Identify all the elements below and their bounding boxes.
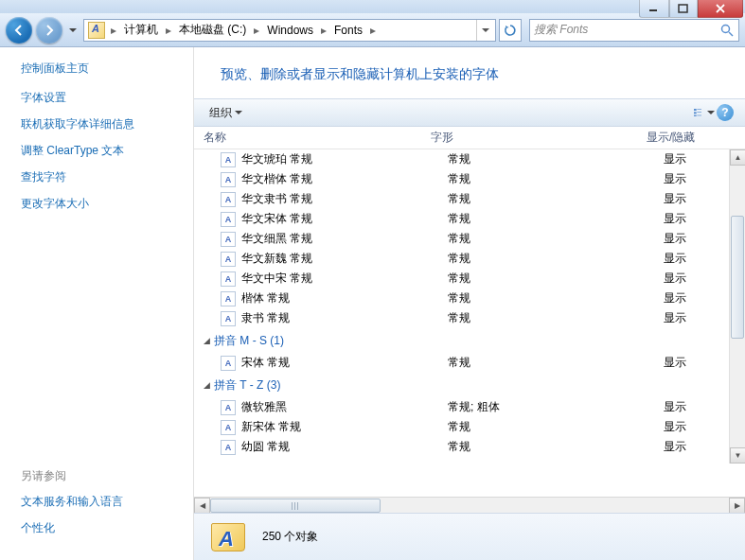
list-item[interactable]: 幼圆 常规 常规 显示 <box>194 437 745 457</box>
chevron-right-icon[interactable]: ▸ <box>319 24 328 37</box>
font-name: 宋体 常规 <box>241 355 448 371</box>
scroll-thumb[interactable] <box>210 499 381 513</box>
list-item[interactable]: 华文中宋 常规 常规 显示 <box>194 269 745 289</box>
sidebar-link[interactable]: 调整 ClearType 文本 <box>21 143 193 159</box>
column-name[interactable]: 名称 <box>204 130 431 146</box>
font-style: 常规 <box>448 439 664 455</box>
font-style: 常规 <box>448 251 664 267</box>
address-bar[interactable]: ▸ 计算机 ▸ 本地磁盘 (C:) ▸ Windows ▸ Fonts ▸ <box>83 19 496 42</box>
font-file-icon <box>221 356 236 371</box>
font-style: 常规 <box>448 151 664 167</box>
list-item[interactable]: 楷体 常规 常规 显示 <box>194 289 745 308</box>
font-style: 常规 <box>448 419 664 435</box>
font-file-icon <box>221 252 236 267</box>
font-file-icon <box>221 172 236 187</box>
font-list: 名称 字形 显示/隐藏 华文琥珀 常规 常规 显示 华文楷体 常规 常规 显示 … <box>194 127 745 497</box>
horizontal-scrollbar[interactable]: ◀ ▶ <box>194 497 745 513</box>
history-dropdown[interactable] <box>66 21 80 40</box>
sidebar-link[interactable]: 联机获取字体详细信息 <box>21 116 193 132</box>
sidebar-link[interactable]: 更改字体大小 <box>21 196 193 212</box>
forward-button[interactable] <box>36 17 62 44</box>
status-bar: A 250 个对象 <box>194 513 745 560</box>
sidebar-link[interactable]: 个性化 <box>21 520 193 536</box>
group-header[interactable]: ◢拼音 T - Z (3) <box>194 373 745 397</box>
close-button[interactable] <box>698 0 743 18</box>
sidebar: 控制面板主页 字体设置 联机获取字体详细信息 调整 ClearType 文本 查… <box>0 47 194 560</box>
toolbar: 组织 ? <box>194 98 745 127</box>
list-item[interactable]: 新宋体 常规 常规 显示 <box>194 417 745 437</box>
breadcrumb-fonts[interactable]: Fonts <box>328 20 368 41</box>
font-file-icon <box>221 420 236 435</box>
see-also-label: 另请参阅 <box>21 468 193 484</box>
list-item[interactable]: 华文楷体 常规 常规 显示 <box>194 169 745 189</box>
list-item[interactable]: 华文新魏 常规 常规 显示 <box>194 249 745 269</box>
breadcrumb-drive[interactable]: 本地磁盘 (C:) <box>173 20 252 41</box>
group-header[interactable]: ◢拼音 M - S (1) <box>194 328 745 353</box>
list-item[interactable]: 华文琥珀 常规 常规 显示 <box>194 149 745 169</box>
svg-rect-6 <box>697 112 701 113</box>
list-body: 华文琥珀 常规 常规 显示 华文楷体 常规 常规 显示 华文隶书 常规 常规 显… <box>194 149 745 464</box>
sidebar-link[interactable]: 文本服务和输入语言 <box>21 494 193 510</box>
font-style: 常规 <box>448 355 664 371</box>
title-bar <box>0 0 745 13</box>
scroll-track[interactable] <box>210 498 729 514</box>
chevron-right-icon[interactable]: ▸ <box>109 24 118 37</box>
scroll-right-button[interactable]: ▶ <box>729 498 745 514</box>
maximize-button[interactable] <box>669 0 698 18</box>
column-headers: 名称 字形 显示/隐藏 <box>194 127 745 149</box>
chevron-right-icon[interactable]: ▸ <box>368 24 378 37</box>
chevron-right-icon[interactable]: ▸ <box>252 24 261 37</box>
organize-button[interactable]: 组织 <box>204 102 248 124</box>
scroll-left-button[interactable]: ◀ <box>194 498 210 514</box>
list-item[interactable]: 华文宋体 常规 常规 显示 <box>194 209 745 229</box>
list-item[interactable]: 微软雅黑 常规; 粗体 显示 <box>194 397 745 417</box>
scroll-down-button[interactable]: ▼ <box>730 447 745 464</box>
view-options-button[interactable] <box>694 102 715 123</box>
sidebar-link[interactable]: 查找字符 <box>21 169 193 185</box>
address-dropdown[interactable] <box>476 20 493 41</box>
window-buttons <box>639 0 743 18</box>
font-style: 常规 <box>448 211 664 227</box>
navigation-bar: ▸ 计算机 ▸ 本地磁盘 (C:) ▸ Windows ▸ Fonts ▸ 搜索… <box>0 13 745 47</box>
column-style[interactable]: 字形 <box>431 130 647 146</box>
collapse-icon: ◢ <box>204 336 210 345</box>
help-button[interactable]: ? <box>715 102 736 123</box>
font-name: 华文楷体 常规 <box>241 171 448 187</box>
refresh-button[interactable] <box>499 19 522 42</box>
font-style: 常规 <box>448 290 664 306</box>
list-item[interactable]: 宋体 常规 常规 显示 <box>194 353 745 373</box>
minimize-button[interactable] <box>639 0 669 18</box>
svg-rect-4 <box>697 109 701 110</box>
list-item[interactable]: 华文隶书 常规 常规 显示 <box>194 189 745 209</box>
vertical-scrollbar[interactable]: ▲ ▼ <box>729 149 745 464</box>
column-show[interactable]: 显示/隐藏 <box>647 130 745 146</box>
font-name: 华文中宋 常规 <box>241 271 448 287</box>
list-item[interactable]: 华文细黑 常规 常规 显示 <box>194 229 745 249</box>
font-name: 微软雅黑 <box>241 399 448 415</box>
collapse-icon: ◢ <box>204 380 210 390</box>
content-area: 预览、删除或者显示和隐藏计算机上安装的字体 组织 ? 名称 字形 显示/隐藏 华… <box>194 47 745 560</box>
back-button[interactable] <box>6 17 32 44</box>
font-file-icon <box>221 291 236 306</box>
chevron-right-icon[interactable]: ▸ <box>164 24 173 37</box>
breadcrumb-computer[interactable]: 计算机 <box>118 20 164 41</box>
sidebar-link[interactable]: 字体设置 <box>21 90 193 106</box>
font-file-icon <box>221 440 236 455</box>
font-name: 华文隶书 常规 <box>241 191 448 207</box>
page-heading: 预览、删除或者显示和隐藏计算机上安装的字体 <box>194 47 745 98</box>
search-placeholder: 搜索 Fonts <box>534 22 719 38</box>
list-item[interactable]: 隶书 常规 常规 显示 <box>194 308 745 328</box>
search-input[interactable]: 搜索 Fonts <box>529 19 739 42</box>
help-icon: ? <box>717 104 734 121</box>
sidebar-title[interactable]: 控制面板主页 <box>21 61 193 77</box>
font-style: 常规 <box>448 191 664 207</box>
scroll-up-button[interactable]: ▲ <box>730 149 745 166</box>
fonts-folder-large-icon: A <box>209 519 249 555</box>
breadcrumb-windows[interactable]: Windows <box>261 20 319 41</box>
svg-rect-5 <box>694 112 697 114</box>
font-file-icon <box>221 271 236 287</box>
scroll-thumb[interactable] <box>731 216 744 339</box>
font-style: 常规 <box>448 310 664 326</box>
font-file-icon <box>221 152 236 167</box>
svg-rect-3 <box>694 109 697 111</box>
